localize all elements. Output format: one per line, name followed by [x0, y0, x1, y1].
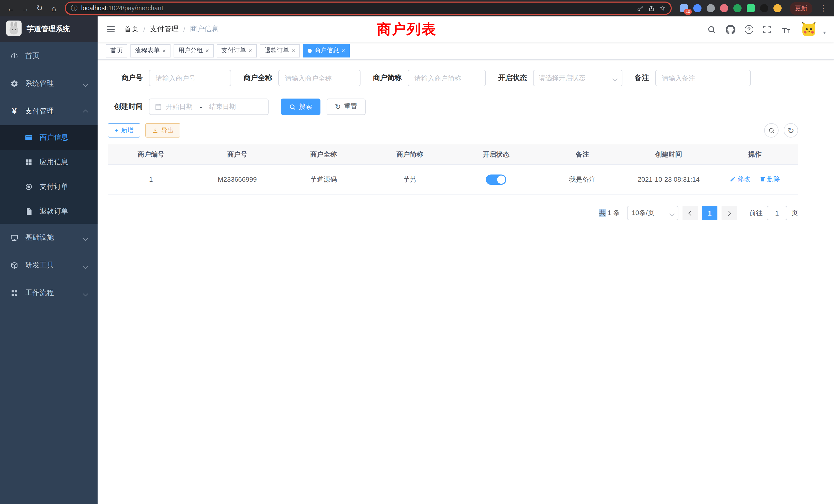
status-toggle[interactable] — [486, 174, 506, 184]
close-icon[interactable]: × — [205, 47, 209, 54]
hamburger-icon[interactable] — [106, 24, 116, 35]
sidebar-item-label: 首页 — [25, 51, 40, 61]
tab-process-form[interactable]: 流程表单× — [130, 44, 171, 57]
sidebar-item-label: 应用信息 — [40, 158, 68, 167]
extension-icon-4[interactable] — [720, 4, 728, 12]
browser-update-button[interactable]: 更新 — [790, 2, 812, 15]
short-name-input[interactable] — [408, 70, 486, 86]
filter-label-status: 开启状态 — [498, 73, 527, 83]
extension-icon-3[interactable] — [707, 4, 715, 12]
sidebar-item-label: 商户信息 — [40, 133, 68, 142]
header-search-icon[interactable] — [707, 24, 717, 35]
app-logo[interactable]: 芋道管理系统 — [0, 17, 97, 42]
sidebar-item-payment[interactable]: ¥ 支付管理 — [0, 97, 97, 125]
tab-label: 用户分组 — [178, 46, 203, 55]
tab-user-group[interactable]: 用户分组× — [174, 44, 214, 57]
cell-create-time: 2021-10-23 08:31:14 — [626, 164, 712, 194]
sidebar-item-workflow[interactable]: 工作流程 — [0, 279, 97, 307]
col-actions: 操作 — [712, 144, 798, 164]
sidebar-item-pay-order[interactable]: 支付订单 — [0, 175, 97, 199]
cell-full-name: 芋道源码 — [280, 164, 367, 194]
breadcrumb-separator: / — [143, 25, 145, 33]
user-avatar[interactable] — [800, 21, 817, 38]
merchant-no-input[interactable] — [149, 70, 231, 86]
delete-button[interactable]: 删除 — [760, 175, 780, 184]
extension-icon-7[interactable] — [760, 4, 768, 12]
tab-label: 流程表单 — [135, 46, 160, 55]
payment-yen-icon: ¥ — [10, 107, 19, 115]
prev-page-button[interactable] — [682, 206, 698, 220]
filter-label-merchant-no: 商户号 — [108, 73, 143, 83]
browser-reload-button[interactable]: ↻ — [33, 2, 46, 15]
filter-label-full-name: 商户全称 — [243, 73, 272, 83]
refresh-table-button[interactable]: ↻ — [784, 123, 798, 138]
extension-icon-1[interactable]: 10 — [680, 4, 688, 12]
reset-button[interactable]: ↻ 重置 — [327, 98, 366, 115]
close-icon[interactable]: × — [342, 47, 345, 54]
breadcrumb-home[interactable]: 首页 — [124, 25, 139, 34]
status-select[interactable]: 请选择开启状态 — [533, 70, 622, 86]
filter-label-create-time: 创建时间 — [108, 102, 143, 111]
page-1-button[interactable]: 1 — [702, 206, 718, 220]
page-size-select[interactable]: 10条/页 — [627, 206, 678, 220]
tab-merchant-info[interactable]: 商户信息× — [303, 44, 350, 57]
tab-pay-order[interactable]: 支付订单× — [217, 44, 257, 57]
chevron-down-icon — [670, 209, 674, 217]
create-time-range-picker[interactable]: 开始日期 - 结束日期 — [149, 98, 269, 115]
breadcrumb: 首页 / 支付管理 / 商户信息 — [124, 25, 219, 34]
tab-home[interactable]: 首页 — [106, 44, 127, 57]
goto-page-input[interactable] — [767, 206, 787, 220]
pagination-total: 共 1 条 — [599, 208, 620, 217]
chevron-up-icon — [84, 107, 87, 115]
toggle-search-button[interactable] — [764, 123, 778, 138]
sidebar-item-home[interactable]: 首页 — [0, 42, 97, 70]
help-icon[interactable]: ? — [745, 25, 753, 33]
fullscreen-icon[interactable] — [762, 24, 772, 35]
close-icon[interactable]: × — [162, 47, 166, 54]
url-text: localhost:1024/pay/merchant — [81, 5, 633, 12]
browser-back-button[interactable]: ← — [4, 2, 18, 15]
address-bar[interactable]: ⓘ localhost:1024/pay/merchant ☆ — [65, 2, 672, 15]
share-icon[interactable] — [648, 4, 656, 12]
breadcrumb-payment[interactable]: 支付管理 — [150, 25, 179, 34]
calendar-icon — [155, 103, 162, 110]
sidebar-item-infrastructure[interactable]: 基础设施 — [0, 224, 97, 251]
extension-icon-2[interactable] — [693, 4, 702, 12]
sidebar-item-devtools[interactable]: 研发工具 — [0, 251, 97, 279]
edit-button[interactable]: 修改 — [730, 175, 750, 184]
bookmark-star-icon[interactable]: ☆ — [659, 4, 665, 12]
chevron-left-icon — [688, 210, 694, 215]
edit-button-label: 修改 — [738, 175, 750, 184]
extension-icon-5[interactable] — [733, 4, 742, 12]
full-name-input[interactable] — [278, 70, 360, 86]
sidebar-item-system[interactable]: 系统管理 — [0, 70, 97, 97]
site-info-icon[interactable]: ⓘ — [71, 4, 78, 13]
export-button[interactable]: 导出 — [145, 123, 180, 138]
github-icon[interactable] — [726, 24, 736, 35]
close-icon[interactable]: × — [248, 47, 252, 54]
next-page-button[interactable] — [722, 206, 737, 220]
tabs-bar: 首页 流程表单× 用户分组× 支付订单× 退款订单× 商户信息× — [97, 42, 834, 60]
sidebar-item-refund-order[interactable]: 退款订单 — [0, 199, 97, 224]
avatar-caret-icon[interactable]: ▾ — [823, 29, 826, 35]
font-size-icon[interactable]: TT — [781, 24, 791, 35]
browser-menu-icon[interactable]: ⋮ — [816, 2, 830, 15]
date-start-placeholder: 开始日期 — [166, 102, 193, 111]
extension-icon-6[interactable] — [747, 4, 755, 12]
close-icon[interactable]: × — [292, 47, 295, 54]
search-button[interactable]: 搜索 — [281, 98, 321, 115]
refresh-icon: ↻ — [788, 125, 794, 135]
sidebar-item-app-info[interactable]: 应用信息 — [0, 150, 97, 175]
tab-refund-order[interactable]: 退款订单× — [260, 44, 300, 57]
remark-input[interactable] — [655, 70, 751, 86]
col-merchant-no: 商户号 — [194, 144, 280, 164]
table-toolbar: + 新增 导出 ↻ — [108, 123, 798, 138]
add-button[interactable]: + 新增 — [108, 123, 140, 138]
main-area: 首页 / 支付管理 / 商户信息 商户列表 ? — [97, 17, 834, 504]
extension-icon-8[interactable] — [773, 4, 782, 12]
cell-merchant-id: 1 — [108, 164, 194, 194]
browser-home-button[interactable]: ⌂ — [47, 2, 61, 15]
browser-forward-button[interactable]: → — [19, 2, 32, 15]
sidebar-item-merchant-info[interactable]: 商户信息 — [0, 125, 97, 150]
password-key-icon[interactable] — [637, 4, 644, 12]
